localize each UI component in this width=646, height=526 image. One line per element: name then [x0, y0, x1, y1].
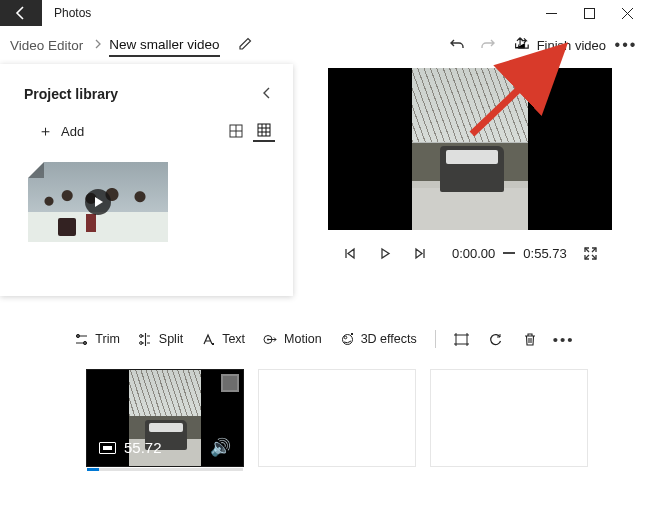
clip-playhead[interactable] — [87, 468, 99, 471]
close-button[interactable] — [608, 0, 646, 26]
chevron-right-icon — [93, 34, 103, 56]
header-toolbar: Video Editor New smaller video Finish vi… — [0, 26, 646, 64]
breadcrumb-root[interactable]: Video Editor — [10, 34, 83, 57]
timeline-toolbar: Trim Split Text Motion 3D effects ••• — [0, 319, 646, 359]
3d-effects-button[interactable]: 3D effects — [336, 330, 421, 349]
timeline-more-button[interactable]: ••• — [552, 331, 576, 348]
previous-frame-button[interactable] — [334, 247, 365, 260]
time-separator — [503, 252, 515, 254]
minimize-button[interactable] — [532, 0, 570, 26]
motion-button[interactable]: Motion — [259, 330, 326, 349]
project-library-panel: Project library ＋ Add — [0, 64, 293, 296]
storyboard-empty-slot[interactable] — [258, 369, 416, 467]
svg-point-9 — [267, 338, 269, 340]
back-button[interactable] — [0, 0, 42, 26]
volume-icon[interactable]: 🔊 — [210, 437, 231, 458]
app-title: Photos — [54, 6, 91, 20]
maximize-button[interactable] — [570, 0, 608, 26]
trim-label: Trim — [95, 332, 120, 346]
clip-duration: 55.72 — [124, 439, 162, 456]
storyboard-empty-slot[interactable] — [430, 369, 588, 467]
motion-label: Motion — [284, 332, 322, 346]
trim-button[interactable]: Trim — [70, 330, 124, 349]
split-button[interactable]: Split — [134, 330, 187, 349]
svg-point-11 — [344, 336, 347, 339]
preview-area: 0:00.00 0:55.73 — [328, 64, 612, 309]
collapse-panel-button[interactable] — [255, 82, 279, 106]
storyboard: 55.72 🔊 — [0, 359, 646, 467]
3d-effects-label: 3D effects — [361, 332, 417, 346]
redo-button[interactable] — [472, 37, 502, 54]
clip-select-handle[interactable] — [221, 374, 239, 392]
rename-button[interactable] — [238, 36, 253, 54]
next-frame-button[interactable] — [405, 247, 436, 260]
view-large-button[interactable] — [225, 120, 247, 142]
play-icon — [85, 189, 111, 215]
rotate-button[interactable] — [484, 332, 508, 347]
preview-time-current: 0:00.00 — [452, 246, 495, 261]
share-icon — [512, 36, 531, 54]
storyboard-clip[interactable]: 55.72 🔊 — [86, 369, 244, 467]
fullscreen-button[interactable] — [575, 246, 606, 261]
resize-button[interactable] — [450, 332, 474, 347]
delete-button[interactable] — [518, 332, 542, 347]
finish-video-button[interactable]: Finish video — [512, 36, 606, 54]
more-button[interactable]: ••• — [612, 36, 640, 54]
toolbar-separator — [435, 330, 436, 348]
breadcrumb-current[interactable]: New smaller video — [109, 33, 219, 57]
text-label: Text — [222, 332, 245, 346]
video-preview[interactable] — [328, 68, 612, 230]
preview-time-total: 0:55.73 — [523, 246, 566, 261]
play-button[interactable] — [369, 247, 400, 260]
svg-rect-2 — [258, 124, 270, 136]
undo-button[interactable] — [442, 37, 472, 54]
duration-icon — [99, 442, 116, 454]
titlebar: Photos — [0, 0, 646, 26]
svg-rect-0 — [584, 8, 594, 18]
main-area: Project library ＋ Add — [0, 64, 646, 309]
svg-rect-12 — [456, 335, 467, 344]
library-clip-thumbnail[interactable] — [28, 162, 168, 242]
view-small-button[interactable] — [253, 120, 275, 142]
project-library-title: Project library — [24, 86, 255, 102]
finish-video-label: Finish video — [537, 38, 606, 53]
add-media-button[interactable]: ＋ Add — [38, 122, 84, 141]
add-label: Add — [61, 124, 84, 139]
text-button[interactable]: Text — [197, 330, 249, 349]
split-label: Split — [159, 332, 183, 346]
plus-icon: ＋ — [38, 122, 53, 141]
